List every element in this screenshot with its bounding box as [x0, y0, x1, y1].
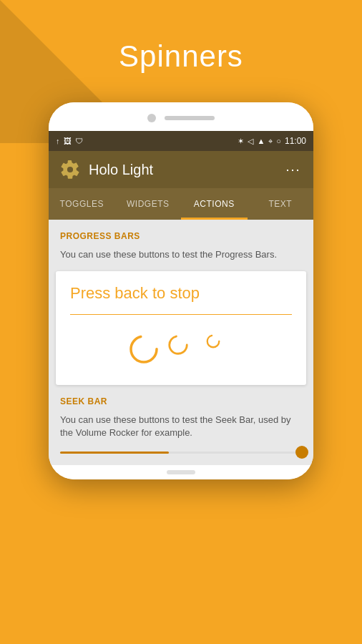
seek-bar-description: You can use these buttons to test the Se… [49, 414, 313, 439]
spinner-small [205, 333, 234, 362]
upload-icon: ↑ [56, 137, 60, 145]
bluetooth-icon: ✶ [238, 137, 244, 146]
seek-track[interactable] [60, 452, 302, 454]
speaker [165, 116, 215, 120]
app-bar: Holo Light ⋮ [49, 151, 313, 188]
progress-bars-label: PROGRESS BARS [49, 231, 313, 241]
signal-icon: ⌖ [268, 137, 273, 146]
app-bar-left: Holo Light [60, 160, 153, 180]
phone-bottom-bezel [49, 465, 313, 479]
gear-icon [60, 160, 80, 180]
circle-icon: ○ [276, 137, 281, 145]
svg-point-0 [131, 336, 157, 362]
content-area: PROGRESS BARS You can use these buttons … [49, 220, 313, 465]
status-bar: ↑ 🖼 🛡 ✶ ◁ ▲ ⌖ ○ 11:00 [49, 131, 313, 151]
tab-toggles[interactable]: TOGGLES [49, 188, 115, 220]
overflow-menu-icon[interactable]: ⋮ [285, 163, 302, 177]
press-back-text: Press back to stop [70, 284, 292, 303]
shield-icon: 🛡 [75, 137, 83, 145]
progress-bars-section: PROGRESS BARS You can use these buttons … [49, 231, 313, 385]
seek-thumb[interactable] [295, 446, 308, 459]
status-icons-left: ↑ 🖼 🛡 [56, 137, 83, 145]
spinner-divider [70, 314, 292, 315]
status-icons-right: ✶ ◁ ▲ ⌖ ○ 11:00 [238, 136, 306, 146]
spinners-container [70, 328, 292, 368]
spinner-large [128, 333, 157, 362]
tab-widgets[interactable]: WIDGETS [115, 188, 182, 220]
seek-bar-label: SEEK BAR [49, 396, 313, 406]
svg-point-1 [170, 336, 187, 353]
phone-top-bezel [49, 102, 313, 131]
svg-point-2 [207, 336, 220, 348]
tab-text[interactable]: TEXT [248, 188, 314, 220]
seek-bar-container [49, 452, 313, 454]
status-time: 11:00 [285, 136, 306, 146]
wifi-icon: ▲ [257, 137, 265, 145]
seek-filled [60, 452, 169, 454]
home-button[interactable] [167, 470, 195, 474]
seek-bar-section: SEEK BAR You can use these buttons to te… [49, 396, 313, 453]
tab-actions[interactable]: ACTIONS [181, 188, 248, 220]
progress-bars-description: You can use these buttons to test the Pr… [49, 248, 313, 261]
front-camera [147, 114, 156, 122]
tab-bar: TOGGLES WIDGETS ACTIONS TEXT [49, 188, 313, 220]
image-icon: 🖼 [64, 137, 72, 145]
spinner-card: Press back to stop [56, 271, 306, 385]
volume-icon: ◁ [248, 137, 253, 146]
page-title: Spinners [119, 39, 243, 74]
phone-frame: ↑ 🖼 🛡 ✶ ◁ ▲ ⌖ ○ 11:00 Holo Light ⋮ TOGGL… [49, 102, 313, 479]
app-bar-title: Holo Light [89, 162, 153, 178]
spinner-medium [167, 333, 195, 362]
